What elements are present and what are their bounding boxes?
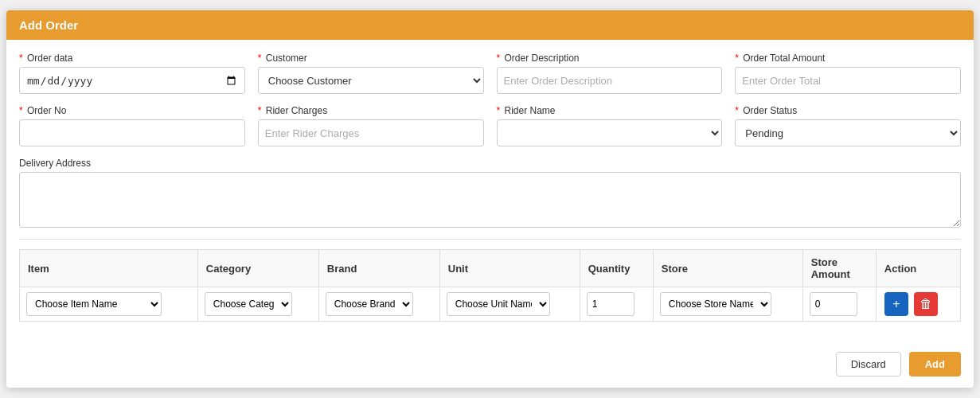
customer-label: * Customer xyxy=(258,53,484,64)
customer-group: * Customer Choose Customer xyxy=(258,53,484,94)
delivery-address-textarea[interactable] xyxy=(19,172,961,228)
table-body: Choose Item Name Choose Catego... Choose… xyxy=(20,287,961,322)
delete-row-button[interactable]: 🗑 xyxy=(914,292,938,316)
th-store-amount: StoreAmount xyxy=(802,250,876,287)
th-brand: Brand xyxy=(318,250,439,287)
td-quantity xyxy=(580,287,653,322)
unit-select[interactable]: Choose Unit Name xyxy=(447,292,550,316)
order-status-group: * Order Status Pending Processing Comple… xyxy=(735,105,961,146)
delivery-address-label: Delivery Address xyxy=(19,158,961,169)
store-select[interactable]: Choose Store Name xyxy=(660,292,771,316)
modal-footer: Discard Add xyxy=(6,344,974,388)
form-row-2: * Order No 2 * Rider Charges * Rider Nam… xyxy=(19,105,961,146)
quantity-input[interactable] xyxy=(587,292,634,316)
th-unit: Unit xyxy=(439,250,580,287)
order-data-label: * Order data xyxy=(19,53,245,64)
modal-title: Add Order xyxy=(19,18,961,32)
th-item: Item xyxy=(20,250,198,287)
order-description-label: * Order Description xyxy=(497,53,723,64)
delivery-address-group: Delivery Address xyxy=(19,158,961,228)
table-row: Choose Item Name Choose Catego... Choose… xyxy=(20,287,961,322)
td-action: + 🗑 xyxy=(876,287,960,322)
rider-charges-input[interactable] xyxy=(258,119,484,146)
td-unit: Choose Unit Name xyxy=(439,287,580,322)
rider-charges-label: * Rider Charges xyxy=(258,105,484,116)
order-total-label: * Order Total Amount xyxy=(735,53,961,64)
section-divider xyxy=(19,239,961,240)
order-no-group: * Order No 2 xyxy=(19,105,245,146)
discard-button[interactable]: Discard xyxy=(836,352,901,377)
customer-select[interactable]: Choose Customer xyxy=(258,67,484,94)
th-quantity: Quantity xyxy=(580,250,653,287)
td-brand: Choose Brand xyxy=(318,287,439,322)
modal-header: Add Order xyxy=(6,10,974,40)
add-button[interactable]: Add xyxy=(909,352,961,377)
store-amount-input[interactable] xyxy=(810,292,857,316)
td-store: Choose Store Name xyxy=(653,287,802,322)
add-order-modal: Add Order * Order data * Customer Choose… xyxy=(6,10,974,388)
td-store-amount xyxy=(802,287,876,322)
table-header: Item Category Brand Unit Quantity Store … xyxy=(20,250,961,287)
order-description-input[interactable] xyxy=(497,67,723,94)
rider-charges-group: * Rider Charges xyxy=(258,105,484,146)
table-header-row: Item Category Brand Unit Quantity Store … xyxy=(20,250,961,287)
order-total-input[interactable] xyxy=(735,67,961,94)
order-items-table: Item Category Brand Unit Quantity Store … xyxy=(19,249,961,322)
form-row-1: * Order data * Customer Choose Customer … xyxy=(19,53,961,94)
rider-name-group: * Rider Name xyxy=(497,105,723,146)
order-data-group: * Order data xyxy=(19,53,245,94)
th-category: Category xyxy=(197,250,318,287)
order-data-input[interactable] xyxy=(19,67,245,94)
brand-select[interactable]: Choose Brand xyxy=(326,292,413,316)
category-select[interactable]: Choose Catego... xyxy=(205,292,292,316)
rider-name-select[interactable] xyxy=(497,119,723,146)
td-category: Choose Catego... xyxy=(197,287,318,322)
order-no-label: * Order No xyxy=(19,105,245,116)
order-status-select[interactable]: Pending Processing Completed Cancelled xyxy=(735,119,961,146)
td-item: Choose Item Name xyxy=(20,287,198,322)
order-status-label: * Order Status xyxy=(735,105,961,116)
th-store: Store xyxy=(653,250,802,287)
item-select[interactable]: Choose Item Name xyxy=(26,292,162,316)
rider-name-label: * Rider Name xyxy=(497,105,723,116)
order-total-group: * Order Total Amount xyxy=(735,53,961,94)
order-no-input[interactable]: 2 xyxy=(19,119,245,146)
modal-body: * Order data * Customer Choose Customer … xyxy=(6,40,974,344)
th-action: Action xyxy=(876,250,960,287)
order-description-group: * Order Description xyxy=(497,53,723,94)
form-row-3: Delivery Address xyxy=(19,158,961,228)
add-row-button[interactable]: + xyxy=(884,292,908,316)
